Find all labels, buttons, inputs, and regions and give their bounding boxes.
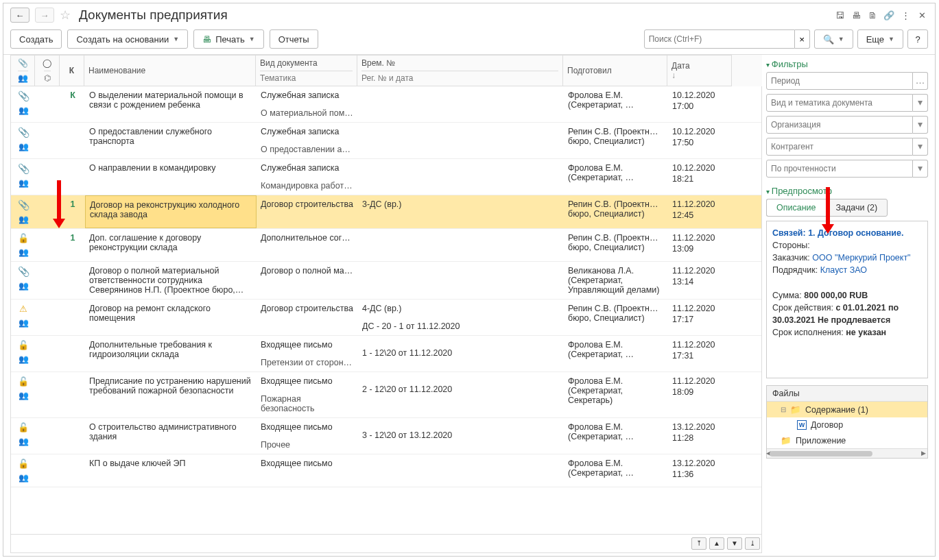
filter-org-input[interactable]: [766, 116, 913, 134]
col-status-icon[interactable]: ◯⌬: [35, 55, 60, 86]
lock-open-icon: 🔓: [18, 340, 29, 350]
cell-name: О направлении в командировку: [85, 159, 257, 195]
preview-icon[interactable]: 🗎: [866, 10, 879, 21]
table-row[interactable]: 🔓👥О строительство административного здан…: [11, 418, 761, 454]
files-scrollbar[interactable]: ◀▶: [767, 448, 927, 458]
tab-tasks[interactable]: Задачи (2): [826, 199, 888, 217]
cell-kind: Служебная запискаКомандировка работ…: [257, 159, 358, 195]
table-row[interactable]: 📎👥1Договор на реконструкцию холодного ск…: [11, 195, 761, 229]
file-tree-item[interactable]: WДоговор: [767, 417, 927, 433]
filter-contragent-input[interactable]: [766, 138, 913, 156]
save-icon[interactable]: 🖫: [833, 10, 846, 21]
customer-link[interactable]: ООО "Меркурий Проект": [812, 253, 910, 263]
create-button[interactable]: Создать: [10, 29, 62, 49]
file-tree-item[interactable]: 📁Приложение: [767, 433, 927, 448]
more-button[interactable]: Еще▼: [857, 29, 903, 49]
help-button[interactable]: ?: [907, 29, 928, 49]
preview-section-title[interactable]: Предпросмотр: [766, 182, 928, 199]
table-row[interactable]: 🔓👥1Доп. соглашение к договору реконструк…: [11, 229, 761, 262]
people-icon: 👥: [19, 318, 29, 328]
col-attachment-icon[interactable]: 📎👥: [10, 55, 35, 86]
contractor-link[interactable]: Клауст ЗАО: [820, 265, 867, 275]
people-icon: 👥: [19, 142, 29, 151]
table-row[interactable]: 📎👥О предоставлении служебного транспорта…: [11, 123, 761, 159]
cell-name: Договор на реконструкцию холодного склад…: [85, 195, 257, 228]
preview-link[interactable]: Связей: 1. Договор основание.: [772, 228, 903, 238]
people-icon: 👥: [19, 178, 29, 188]
nav-up-button[interactable]: ▲: [709, 537, 724, 550]
cell-num: 4-ДС (вр.)ДС - 20 - 1 от 11.12.2020: [358, 300, 564, 335]
cell-date: 11.12.202013:09: [668, 229, 733, 261]
menu-dots-icon[interactable]: ⋮: [899, 10, 912, 21]
cell-kind: Дополнительное сог…: [257, 229, 358, 261]
link-icon[interactable]: 🔗: [883, 10, 895, 21]
favorite-star-icon[interactable]: ☆: [60, 8, 71, 23]
cell-num: 3-ДС (вр.): [358, 195, 564, 228]
print-button[interactable]: 🖶Печать▼: [193, 29, 264, 49]
file-tree-item[interactable]: ⊟ 📁Содержание (1): [767, 402, 927, 417]
cell-name: Дополнительные требования к гидроизоляци…: [85, 336, 257, 372]
cell-preparer: Репин С.В. (Проектн…бюро, Специалист): [564, 123, 668, 158]
filters-section-title[interactable]: Фильтры: [766, 55, 928, 72]
nav-back-button[interactable]: ←: [10, 8, 29, 23]
filter-read-input[interactable]: [766, 160, 913, 178]
filter-kind-dropdown[interactable]: ▾: [913, 94, 928, 112]
cell-date: 11.12.202013:14: [668, 262, 733, 299]
cell-name: КП о выдаче ключей ЭП: [85, 454, 257, 487]
table-row[interactable]: 🔓👥КП о выдаче ключей ЭПВходящее письмоФр…: [11, 454, 761, 487]
cell-date: 13.12.202011:36: [668, 454, 733, 487]
people-icon: 👥: [19, 215, 29, 224]
search-input[interactable]: [644, 29, 795, 49]
cell-kind: Служебная запискаО материальной пом…: [257, 86, 358, 122]
col-name[interactable]: Наименование: [84, 55, 256, 86]
cell-preparer: Фролова Е.М. (Секретариат, …: [564, 86, 668, 122]
search-clear-button[interactable]: ×: [795, 29, 810, 49]
table-row[interactable]: 🔓👥Предписание по устранению нарушений тр…: [11, 372, 761, 418]
col-kind[interactable]: Вид документаТематика: [256, 55, 357, 86]
table-row[interactable]: 📎👥КО выделении материальной помощи в свя…: [11, 86, 761, 123]
col-num[interactable]: Врем. №Рег. № и дата: [357, 55, 563, 86]
nav-last-button[interactable]: ⤓: [745, 537, 760, 550]
cell-date: 10.12.202017:50: [668, 123, 733, 158]
people-icon: 👥: [19, 281, 29, 291]
cell-kind: Договор строительства: [257, 300, 358, 335]
cell-k: [60, 418, 85, 454]
table-row[interactable]: ⚠👥Договор на ремонт складского помещения…: [11, 300, 761, 336]
reports-button[interactable]: Отчеты: [270, 29, 318, 49]
cell-date: 11.12.202018:09: [668, 372, 733, 417]
col-k[interactable]: К: [60, 55, 84, 86]
filter-period-input[interactable]: [766, 72, 913, 90]
nav-down-button[interactable]: ▼: [727, 537, 742, 550]
clip-icon: 📎: [18, 90, 29, 101]
cell-date: 11.12.202017:31: [668, 336, 733, 372]
grid-body[interactable]: 📎👥КО выделении материальной помощи в свя…: [10, 86, 762, 535]
print-icon[interactable]: 🖶: [850, 10, 862, 21]
cell-preparer: Репин С.В. (Проектн…бюро, Специалист): [564, 195, 668, 228]
clip-icon: 📎: [18, 163, 29, 174]
filter-org-dropdown[interactable]: ▾: [913, 116, 928, 134]
cell-preparer: Великанова Л.А. (Секретариат, Управляющи…: [564, 262, 668, 299]
nav-first-button[interactable]: ⤒: [691, 537, 706, 550]
cell-num: [358, 123, 564, 158]
cell-name: О предоставлении служебного транспорта: [85, 123, 257, 158]
filter-period-picker[interactable]: …: [913, 72, 928, 90]
collapse-icon: ⊟: [781, 406, 786, 413]
search-button[interactable]: 🔍▼: [814, 29, 853, 49]
nav-forward-button[interactable]: →: [35, 8, 54, 23]
table-row[interactable]: 📎👥Договор о полной материальной ответств…: [11, 262, 761, 300]
filter-contragent-dropdown[interactable]: ▾: [913, 138, 928, 156]
filter-read-dropdown[interactable]: ▾: [913, 160, 928, 178]
people-icon: 👥: [19, 473, 29, 483]
cell-k: [60, 372, 85, 417]
filter-kind-input[interactable]: [766, 94, 913, 112]
close-icon[interactable]: ✕: [916, 10, 928, 21]
table-row[interactable]: 📎👥О направлении в командировкуСлужебная …: [11, 159, 761, 195]
titlebar: ← → ☆ Документы предприятия 🖫 🖶 🗎 🔗 ⋮ ✕: [3, 3, 935, 27]
cell-date: 10.12.202018:21: [668, 159, 733, 195]
col-preparer[interactable]: Подготовил: [563, 55, 667, 86]
tab-description[interactable]: Описание: [766, 199, 826, 217]
create-based-button[interactable]: Создать на основании▼: [67, 29, 188, 49]
table-row[interactable]: 🔓👥Дополнительные требования к гидроизоля…: [11, 336, 761, 372]
col-date[interactable]: Дата ↓: [667, 55, 732, 86]
cell-preparer: Репин С.В. (Проектн…бюро, Специалист): [564, 229, 668, 261]
